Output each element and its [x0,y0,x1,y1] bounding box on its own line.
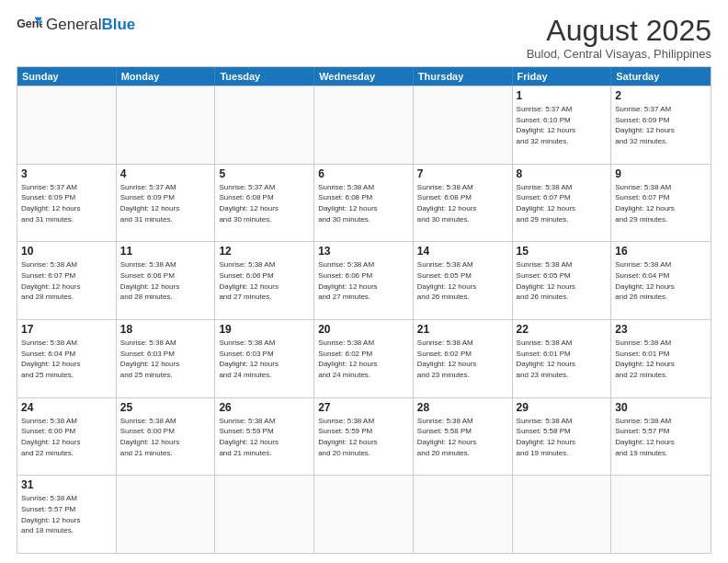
day-number: 5 [219,167,310,180]
cal-row-1: 3Sunrise: 5:37 AM Sunset: 6:09 PM Daylig… [17,164,711,242]
day-number: 2 [615,89,707,102]
day-info: Sunrise: 5:38 AM Sunset: 5:57 PM Dayligh… [21,493,112,535]
day-number: 11 [120,245,211,258]
day-info: Sunrise: 5:37 AM Sunset: 6:09 PM Dayligh… [21,182,112,224]
header-friday: Friday [513,67,612,86]
cal-cell-r2-c6: 16Sunrise: 5:38 AM Sunset: 6:04 PM Dayli… [611,242,711,319]
day-info: Sunrise: 5:38 AM Sunset: 6:06 PM Dayligh… [219,259,310,302]
cal-cell-r1-c6: 9Sunrise: 5:38 AM Sunset: 6:07 PM Daylig… [611,165,711,242]
day-info: Sunrise: 5:38 AM Sunset: 5:59 PM Dayligh… [219,416,310,458]
day-info: Sunrise: 5:38 AM Sunset: 6:08 PM Dayligh… [417,182,508,224]
day-info: Sunrise: 5:37 AM Sunset: 6:09 PM Dayligh… [120,182,211,224]
day-number: 12 [219,245,310,258]
cal-row-3: 17Sunrise: 5:38 AM Sunset: 6:04 PM Dayli… [17,319,711,397]
cal-row-5: 31Sunrise: 5:38 AM Sunset: 5:57 PM Dayli… [17,475,711,553]
cal-cell-r3-c6: 23Sunrise: 5:38 AM Sunset: 6:01 PM Dayli… [611,320,711,397]
cal-cell-r4-c3: 27Sunrise: 5:38 AM Sunset: 5:59 PM Dayli… [314,398,414,476]
cal-cell-r3-c0: 17Sunrise: 5:38 AM Sunset: 6:04 PM Dayli… [17,320,117,397]
day-info: Sunrise: 5:38 AM Sunset: 6:07 PM Dayligh… [615,182,707,224]
cal-cell-r2-c2: 12Sunrise: 5:38 AM Sunset: 6:06 PM Dayli… [215,242,314,319]
day-number: 16 [615,245,707,258]
day-number: 22 [517,323,608,336]
day-number: 26 [219,401,310,414]
cal-row-2: 10Sunrise: 5:38 AM Sunset: 6:07 PM Dayli… [17,241,711,319]
day-number: 1 [517,89,608,102]
month-title: August 2025 [527,15,711,47]
day-info: Sunrise: 5:38 AM Sunset: 6:07 PM Dayligh… [517,182,608,224]
cal-cell-r2-c5: 15Sunrise: 5:38 AM Sunset: 6:05 PM Dayli… [513,242,612,319]
cal-cell-r1-c5: 8Sunrise: 5:38 AM Sunset: 6:07 PM Daylig… [513,165,612,242]
cal-cell-r1-c3: 6Sunrise: 5:38 AM Sunset: 6:08 PM Daylig… [314,165,414,242]
day-info: Sunrise: 5:38 AM Sunset: 6:06 PM Dayligh… [120,259,211,302]
cal-cell-r3-c3: 20Sunrise: 5:38 AM Sunset: 6:02 PM Dayli… [314,320,414,397]
cal-cell-r0-c5: 1Sunrise: 5:37 AM Sunset: 6:10 PM Daylig… [513,86,612,164]
cal-cell-r4-c6: 30Sunrise: 5:38 AM Sunset: 5:57 PM Dayli… [611,398,711,476]
cal-cell-r1-c4: 7Sunrise: 5:38 AM Sunset: 6:08 PM Daylig… [414,165,513,242]
calendar: Sunday Monday Tuesday Wednesday Thursday… [17,66,711,554]
cal-cell-r3-c4: 21Sunrise: 5:38 AM Sunset: 6:02 PM Dayli… [414,320,513,397]
day-number: 15 [517,245,608,258]
day-info: Sunrise: 5:38 AM Sunset: 6:02 PM Dayligh… [417,338,508,380]
cal-cell-r5-c4 [414,476,513,553]
header-sunday: Sunday [17,67,117,86]
logo-blue: Blue [101,16,135,33]
day-number: 29 [517,401,608,414]
day-number: 17 [21,323,112,336]
day-info: Sunrise: 5:38 AM Sunset: 6:02 PM Dayligh… [318,338,409,380]
cal-cell-r0-c4 [414,86,513,164]
day-number: 4 [120,167,211,180]
day-number: 30 [615,401,707,414]
day-number: 3 [21,167,112,180]
day-number: 19 [219,323,310,336]
cal-cell-r3-c2: 19Sunrise: 5:38 AM Sunset: 6:03 PM Dayli… [215,320,314,397]
day-number: 23 [615,323,707,336]
cal-cell-r5-c3 [314,476,414,553]
cal-cell-r2-c4: 14Sunrise: 5:38 AM Sunset: 6:05 PM Dayli… [414,242,513,319]
header-thursday: Thursday [414,67,513,86]
cal-cell-r4-c0: 24Sunrise: 5:38 AM Sunset: 6:00 PM Dayli… [17,398,117,476]
day-number: 31 [21,478,112,491]
day-number: 14 [417,245,508,258]
calendar-header: Sunday Monday Tuesday Wednesday Thursday… [17,67,711,86]
cal-cell-r2-c0: 10Sunrise: 5:38 AM Sunset: 6:07 PM Dayli… [17,242,117,319]
day-number: 25 [120,401,211,414]
day-info: Sunrise: 5:38 AM Sunset: 6:06 PM Dayligh… [318,259,409,302]
day-info: Sunrise: 5:38 AM Sunset: 6:08 PM Dayligh… [318,182,409,224]
cal-cell-r1-c0: 3Sunrise: 5:37 AM Sunset: 6:09 PM Daylig… [17,165,117,242]
cal-cell-r0-c1 [117,86,216,164]
day-info: Sunrise: 5:38 AM Sunset: 6:05 PM Dayligh… [417,259,508,302]
day-info: Sunrise: 5:37 AM Sunset: 6:09 PM Dayligh… [615,104,707,146]
logo: General GeneralBlue [17,15,135,35]
day-info: Sunrise: 5:38 AM Sunset: 6:04 PM Dayligh… [615,259,707,302]
day-info: Sunrise: 5:38 AM Sunset: 6:00 PM Dayligh… [21,416,112,458]
cal-row-4: 24Sunrise: 5:38 AM Sunset: 6:00 PM Dayli… [17,397,711,476]
logo-general: General [46,16,101,33]
day-info: Sunrise: 5:38 AM Sunset: 6:03 PM Dayligh… [120,338,211,380]
day-info: Sunrise: 5:38 AM Sunset: 6:03 PM Dayligh… [219,338,310,380]
cal-cell-r5-c6 [611,476,711,553]
day-number: 21 [417,323,508,336]
day-number: 27 [318,401,409,414]
day-info: Sunrise: 5:37 AM Sunset: 6:08 PM Dayligh… [219,182,310,224]
day-number: 13 [318,245,409,258]
header-wednesday: Wednesday [314,67,414,86]
cal-cell-r1-c1: 4Sunrise: 5:37 AM Sunset: 6:09 PM Daylig… [117,165,216,242]
day-info: Sunrise: 5:38 AM Sunset: 6:07 PM Dayligh… [21,259,112,302]
cal-row-0: 1Sunrise: 5:37 AM Sunset: 6:10 PM Daylig… [17,86,711,164]
cal-cell-r4-c1: 25Sunrise: 5:38 AM Sunset: 6:00 PM Dayli… [117,398,216,476]
day-info: Sunrise: 5:38 AM Sunset: 6:04 PM Dayligh… [21,338,112,380]
day-number: 10 [21,245,112,258]
day-info: Sunrise: 5:38 AM Sunset: 5:57 PM Dayligh… [615,416,707,458]
day-info: Sunrise: 5:37 AM Sunset: 6:10 PM Dayligh… [517,104,608,146]
day-number: 6 [318,167,409,180]
page: General GeneralBlue August 2025 Bulod, C… [0,0,728,563]
day-info: Sunrise: 5:38 AM Sunset: 6:01 PM Dayligh… [615,338,707,380]
day-number: 9 [615,167,707,180]
cal-cell-r0-c3 [314,86,414,164]
calendar-body: 1Sunrise: 5:37 AM Sunset: 6:10 PM Daylig… [17,86,711,553]
day-info: Sunrise: 5:38 AM Sunset: 5:59 PM Dayligh… [318,416,409,458]
day-number: 20 [318,323,409,336]
cal-cell-r0-c6: 2Sunrise: 5:37 AM Sunset: 6:09 PM Daylig… [611,86,711,164]
cal-cell-r3-c1: 18Sunrise: 5:38 AM Sunset: 6:03 PM Dayli… [117,320,216,397]
cal-cell-r5-c0: 31Sunrise: 5:38 AM Sunset: 5:57 PM Dayli… [17,476,117,553]
